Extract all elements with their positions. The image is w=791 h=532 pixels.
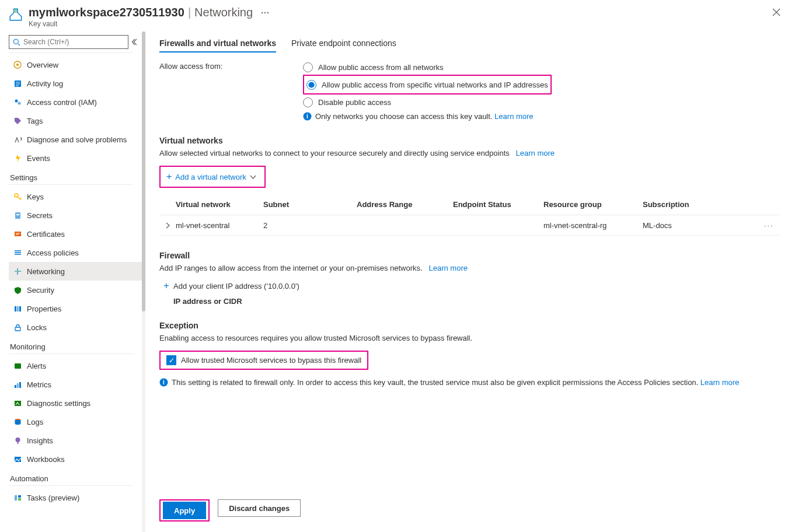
sidebar-item-events[interactable]: Events [9,149,142,167]
add-client-ip-label: Add your client IP address ('10.0.0.0') [173,282,299,290]
svg-point-5 [18,102,20,104]
shield-icon [12,286,23,295]
sidebar-label: Certificates [27,230,65,239]
scroll-thumb[interactable] [142,32,145,312]
plus-icon: + [159,281,173,291]
cell-subscription: ML-docs [643,221,758,230]
sidebar-item-insights[interactable]: Insights [9,431,142,450]
sidebar-item-overview[interactable]: Overview [9,55,142,74]
sidebar-item-networking[interactable]: Networking [9,262,142,281]
resource-name: mymlworkspace2730511930 [29,6,184,19]
sidebar-group-automation: Automation [10,474,142,483]
sidebar-item-iam[interactable]: Access control (IAM) [9,93,142,111]
vnet-desc: Allow selected virtual networks to conne… [159,149,779,158]
table-row[interactable]: ml-vnet-scentral 2 ml-vnet-scentral-rg M… [159,215,779,236]
diag-icon [12,399,23,408]
svg-rect-24 [15,495,17,501]
firewall-learn-more-link[interactable]: Learn more [428,264,467,272]
svg-rect-25 [18,495,21,498]
svg-rect-8 [16,214,19,215]
radio-disable-access[interactable]: Disable public access [303,94,779,110]
title-divider: | [188,6,191,19]
exception-learn-more-link[interactable]: Learn more [701,378,739,387]
radio-all-networks[interactable]: Allow public access from all networks [303,60,779,75]
page-name: Networking [194,6,253,19]
row-more-icon[interactable]: ··· [758,221,779,230]
events-icon [12,154,23,163]
col-resource-group: Resource group [543,200,643,209]
svg-rect-26 [18,498,21,501]
svg-rect-15 [15,363,21,369]
exception-desc: Enabling access to resources requires yo… [159,334,779,342]
sidebar-label: Overview [27,61,58,69]
vnet-table: Virtual network Subnet Address Range End… [159,194,779,236]
sidebar-label: Tags [27,117,43,125]
access-learn-more-link[interactable]: Learn more [494,112,533,121]
sidebar-item-tags[interactable]: Tags [9,111,142,130]
svg-rect-11 [15,306,16,312]
add-vnet-button[interactable]: + Add a virtual network [163,168,262,186]
add-client-ip-button[interactable]: + Add your client IP address ('10.0.0.0'… [159,281,779,291]
logs-icon [12,418,23,426]
sidebar-item-locks[interactable]: Locks [9,318,142,337]
cell-vnet: ml-vnet-scentral [176,221,263,230]
keyvault-icon [9,7,24,22]
sidebar-item-certificates[interactable]: Certificates [9,225,142,243]
tasks-icon [12,494,23,502]
sidebar-item-diagnose[interactable]: Diagnose and solve problems [9,130,142,149]
info-icon: i [159,378,168,387]
sidebar-item-keys[interactable]: Keys [9,187,142,206]
sidebar-item-diag-settings[interactable]: Diagnostic settings [9,394,142,412]
sidebar-item-metrics[interactable]: Metrics [9,375,142,394]
sidebar-label: Networking [27,267,65,276]
sidebar-item-logs[interactable]: Logs [9,412,142,431]
key-icon [12,192,23,201]
row-expand-icon[interactable] [159,222,176,229]
sidebar-item-access-policies[interactable]: Access policies [9,243,142,262]
sidebar-search-input[interactable] [9,35,128,49]
access-from-label: Allow access from: [159,60,303,71]
close-icon[interactable] [772,8,780,16]
svg-rect-7 [15,212,20,219]
vnet-learn-more-link[interactable]: Learn more [516,149,555,158]
table-header: Virtual network Subnet Address Range End… [159,194,779,215]
sidebar-item-workbooks[interactable]: Workbooks [9,450,142,468]
bypass-firewall-checkbox[interactable]: ✓ Allow trusted Microsoft services to by… [163,353,365,368]
diagnose-icon [12,135,23,144]
sidebar-label: Insights [27,436,53,445]
svg-point-4 [15,99,18,102]
svg-rect-16 [15,385,16,388]
cell-subnet: 2 [263,221,357,230]
networking-icon [12,267,23,276]
vnet-heading: Virtual networks [159,136,779,145]
tab-private-endpoint[interactable]: Private endpoint connections [291,35,396,52]
radio-all-input[interactable] [303,62,313,72]
sidebar-item-alerts[interactable]: Alerts [9,356,142,375]
discard-button[interactable]: Discard changes [218,499,301,517]
sidebar-item-security[interactable]: Security [9,281,142,299]
col-subnet: Subnet [263,200,357,209]
policies-icon [12,249,23,257]
header-more-icon[interactable]: ··· [261,8,270,18]
svg-text:i: i [163,379,165,386]
radio-specific-input[interactable] [306,80,316,90]
apply-button[interactable]: Apply [163,502,206,519]
radio-label: Allow public access from specific virtua… [322,80,548,89]
radio-specific-networks[interactable]: Allow public access from specific virtua… [306,77,548,92]
sidebar-item-activity-log[interactable]: Activity log [9,74,142,93]
tab-firewalls[interactable]: Firewalls and virtual networks [159,35,276,52]
sidebar-label: Properties [27,304,61,313]
svg-rect-9 [15,232,21,236]
sidebar-label: Security [27,286,54,295]
sidebar-item-tasks[interactable]: Tasks (preview) [9,488,142,507]
sidebar-item-properties[interactable]: Properties [9,299,142,318]
properties-icon [12,304,23,313]
svg-point-21 [15,438,20,442]
footnote-text: This setting is related to firewall only… [172,378,698,387]
col-address-range: Address Range [357,200,453,209]
alerts-icon [12,362,23,370]
svg-rect-12 [17,306,19,312]
collapse-sidebar-icon[interactable] [132,38,139,46]
radio-disable-input[interactable] [303,97,313,107]
sidebar-item-secrets[interactable]: Secrets [9,206,142,225]
